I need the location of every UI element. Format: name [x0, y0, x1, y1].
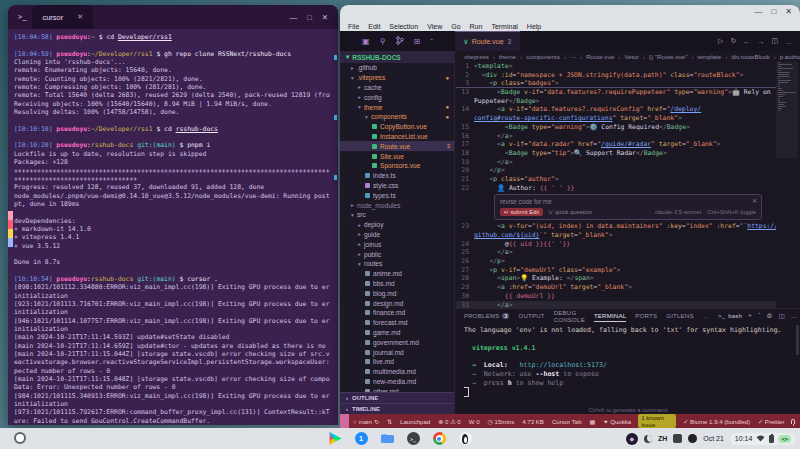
minimap[interactable]: [778, 62, 798, 304]
tree-item-live.md[interactable]: live.md: [340, 357, 454, 367]
extensions-icon[interactable]: ⊞: [414, 37, 421, 46]
code-editor[interactable]: vitepress›theme›components›⋯›Route.vue›V…: [456, 51, 800, 308]
cursor-ai-widget[interactable]: revise code for me✕↵ submit Edit'c' quic…: [494, 194, 762, 220]
panel-tab-problems[interactable]: PROBLEMS3: [464, 309, 509, 322]
refresh-icon[interactable]: ↻: [731, 37, 737, 45]
menu-view[interactable]: View: [427, 23, 442, 30]
tree-item-src[interactable]: ▾src: [340, 210, 454, 220]
menu-selection[interactable]: Selection: [389, 23, 418, 30]
files-icon[interactable]: ▣: [362, 37, 370, 46]
terminal-maximize-button[interactable]: □: [307, 13, 312, 22]
menu-run[interactable]: Run: [470, 23, 483, 30]
panel-tab-ports[interactable]: PORTS: [635, 309, 657, 322]
breadcrumb-item[interactable]: Route.vue: [586, 53, 614, 60]
back-icon[interactable]: ←: [743, 38, 750, 45]
breadcrumb-item[interactable]: p.author: [780, 53, 800, 60]
forward-icon[interactable]: →: [757, 38, 764, 45]
breadcrumb-item[interactable]: template: [697, 53, 721, 60]
notification-icon-2[interactable]: [688, 434, 697, 443]
tree-item-new-media.md[interactable]: new-media.md: [340, 377, 454, 387]
status--prettier[interactable]: ✓ Prettier: [754, 418, 788, 425]
tree-item-Site.vue[interactable]: Site.vue: [340, 151, 454, 161]
vscode-titlebar[interactable]: — □ ✕ FileEditSelectionViewGoRunTerminal…: [340, 5, 800, 31]
terminal-tab-close-icon[interactable]: ✕: [77, 13, 83, 21]
tree-item-game.md[interactable]: game.md: [340, 328, 454, 338]
vscode-maximize-button[interactable]: □: [771, 7, 776, 16]
status-launchpad[interactable]: Launchpad: [396, 418, 434, 425]
tree-item-joinus[interactable]: ▸joinus: [340, 239, 454, 249]
chevron-down-icon[interactable]: ˇ: [430, 37, 433, 46]
ai-prompt-input[interactable]: revise code for me: [500, 198, 756, 205]
menu-file[interactable]: File: [348, 23, 359, 30]
tree-item-cache[interactable]: ▸cache: [340, 83, 454, 93]
code-area[interactable]: 1<template>2 <div :id="namespace + JSON.…: [456, 62, 776, 308]
status-4-73-kb[interactable]: 4.73 KB: [518, 418, 548, 425]
tree-item-components[interactable]: ▾components●: [340, 112, 454, 122]
notification-icon-1[interactable]: [673, 434, 682, 443]
date-label[interactable]: Oct 21: [703, 435, 724, 442]
status-branch[interactable]: ⑂main↻: [349, 418, 383, 425]
system-tray[interactable]: 10:14 <>: [730, 433, 796, 445]
status--quokka[interactable]: ✦ Quokka: [599, 418, 635, 425]
tree-item-blog.md[interactable]: blog.md: [340, 288, 454, 298]
terminal-titlebar[interactable]: >_ cursor ✕ — □ ✕: [8, 5, 338, 29]
panel-icon-4[interactable]: …: [791, 312, 798, 319]
terminal-app-icon[interactable]: >_: [407, 432, 420, 445]
ime-indicator[interactable]: ZH: [658, 435, 667, 442]
status--0-0[interactable]: ⊗ 0 ⚠ 0: [434, 418, 464, 425]
close-icon[interactable]: ✕: [752, 197, 757, 204]
terminal-close-button[interactable]: ✕: [322, 13, 328, 22]
vscode-close-button[interactable]: ✕: [785, 7, 792, 16]
model-label[interactable]: claude-3.5-sonnet: [655, 209, 701, 215]
tree-item-Sponsors.vue[interactable]: Sponsors.vue: [340, 161, 454, 171]
breadcrumb-item[interactable]: theme: [499, 53, 516, 60]
breadcrumb-item[interactable]: vitepress: [464, 53, 489, 60]
tree-item-journal.md[interactable]: journal.md: [340, 347, 454, 357]
status--[interactable]: ▦: [586, 418, 600, 425]
status--[interactable]: ⇅: [383, 418, 396, 425]
tree-item-multimedia.md[interactable]: multimedia.md: [340, 367, 454, 377]
breadcrumb-item[interactable]: Vetur: [624, 53, 638, 60]
more-actions-icon[interactable]: …: [785, 38, 792, 45]
terminal-minimize-button[interactable]: —: [290, 13, 298, 22]
status-w-0[interactable]: W 0: [465, 418, 484, 425]
panel-icon-0[interactable]: +: [748, 312, 752, 319]
1password-icon[interactable]: 1: [355, 432, 368, 445]
tree-item-design.md[interactable]: design.md: [340, 298, 454, 308]
linux-penguin-icon[interactable]: [459, 432, 472, 445]
tree-item-finance.md[interactable]: finance.md: [340, 308, 454, 318]
menu-terminal[interactable]: Terminal: [491, 23, 517, 30]
status--biome-1-9-4-bundled-[interactable]: ✓ Biome 1.9.4 (bundled): [679, 418, 754, 425]
chrome-icon[interactable]: [433, 432, 446, 445]
tree-item-style.css[interactable]: style.css: [340, 181, 454, 191]
explorer-root[interactable]: ▾ RSSHUB-DOCS: [340, 51, 454, 63]
menu-help[interactable]: Help: [527, 23, 541, 30]
tree-item-CopyButton.vue[interactable]: CopyButton.vue: [340, 122, 454, 132]
panel-scrollbar[interactable]: [796, 325, 799, 355]
section-outline[interactable]: ›OUTLINE: [340, 392, 454, 403]
tree-item-.github[interactable]: ▸.github: [340, 63, 454, 73]
tree-item-config[interactable]: ▸config: [340, 92, 454, 102]
panel-icon-3[interactable]: ◫: [778, 312, 784, 320]
tree-item-public[interactable]: ▸public: [340, 249, 454, 259]
tree-item-theme[interactable]: ▾theme●: [340, 102, 454, 112]
files-app-icon[interactable]: [381, 432, 394, 445]
breadcrumb-item[interactable]: components: [526, 53, 560, 60]
tree-item-index.ts[interactable]: index.ts: [340, 171, 454, 181]
split-editor-icon[interactable]: ◫: [771, 37, 778, 45]
breadcrumb-item[interactable]: div.routeBlock: [731, 53, 769, 60]
panel-icon-1[interactable]: ˇ: [758, 312, 760, 319]
menu-go[interactable]: Go: [451, 23, 460, 30]
panel-tab-output[interactable]: OUTPUT: [518, 309, 544, 322]
panel-tab-…[interactable]: …: [703, 309, 709, 322]
integrated-terminal[interactable]: The language 'env' is not loaded, fallin…: [464, 326, 790, 405]
status--15mins[interactable]: ◷ 15mins: [484, 418, 519, 425]
tree-item-InstanceList.vue[interactable]: InstanceList.vue: [340, 132, 454, 142]
menu-edit[interactable]: Edit: [368, 23, 380, 30]
tree-item-types.ts[interactable]: types.ts: [340, 190, 454, 200]
panel-icon-2[interactable]: ⚙: [766, 312, 772, 320]
breadcrumb-item[interactable]: ⋯: [570, 53, 576, 60]
bell-icon[interactable]: [791, 419, 796, 424]
vscode-minimize-button[interactable]: —: [754, 7, 762, 16]
tab-route-vue[interactable]: V Route.vue 3: [455, 31, 520, 51]
